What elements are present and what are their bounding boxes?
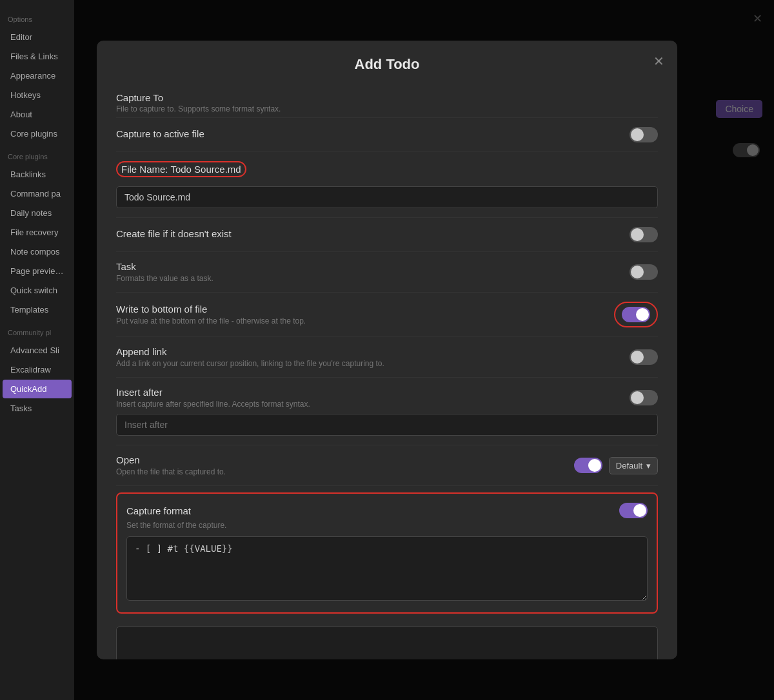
sidebar-community-label: Community pl [0,320,74,340]
sidebar-options-label: Options [0,6,74,27]
task-desc: Formats the value as a task. [116,274,617,283]
task-row: Task Formats the value as a task. [116,252,658,293]
modal-add-todo: Add Todo ✕ Capture To File to capture to… [97,41,677,659]
sidebar-item-templates[interactable]: Templates [3,300,72,319]
capture-format-header: Capture format [126,503,648,518]
insert-after-desc: Insert capture after specified line. Acc… [116,400,617,409]
sidebar-item-hotkeys[interactable]: Hotkeys [3,86,72,104]
sidebar-item-excalidraw[interactable]: Excalidraw [3,360,72,379]
sidebar-item-command-pa[interactable]: Command pa [3,184,72,203]
sidebar: Options Editor Files & Links Appearance … [0,0,74,700]
sidebar-item-files-links[interactable]: Files & Links [3,47,72,66]
sidebar-item-quick-switch[interactable]: Quick switch [3,281,72,300]
open-row: Open Open the file that is captured to. … [116,445,658,486]
capture-format-desc: Set the format of the capture. [126,521,648,530]
create-file-row: Create file if it doesn't exist [116,218,658,252]
capture-format-textarea[interactable] [126,536,648,601]
insert-after-input[interactable] [116,414,658,436]
open-toggle[interactable] [574,458,602,473]
sidebar-item-file-recovery[interactable]: File recovery [3,223,72,242]
filename-section: File Name: Todo Source.md [116,152,658,218]
sidebar-item-quickadd[interactable]: QuickAdd [3,380,72,398]
filename-highlight: File Name: Todo Source.md [116,161,246,177]
append-link-label: Append link [116,346,617,357]
append-link-desc: Add a link on your current cursor positi… [116,359,617,368]
modal-body: Capture To File to capture to. Supports … [97,83,677,659]
modal-close-button[interactable]: ✕ [653,53,664,69]
create-file-label: Create file if it doesn't exist [116,228,617,239]
insert-after-toggle[interactable] [630,390,658,405]
insert-after-row: Insert after Insert capture after specif… [116,378,658,445]
sidebar-item-advanced-sli[interactable]: Advanced Sli [3,341,72,360]
task-label: Task [116,261,617,272]
sidebar-core-plugins-label: Core plugins [0,144,74,164]
sidebar-item-appearance[interactable]: Appearance [3,66,72,85]
sidebar-item-backlinks[interactable]: Backlinks [3,165,72,184]
sidebar-item-editor[interactable]: Editor [3,28,72,46]
sidebar-item-note-compos[interactable]: Note compos [3,242,72,261]
write-bottom-highlight [614,302,658,327]
capture-active-row: Capture to active file [116,118,658,152]
capture-active-toggle[interactable] [630,127,658,142]
sidebar-item-daily-notes[interactable]: Daily notes [3,204,72,222]
capture-format-toggle[interactable] [619,503,648,518]
capture-to-label: Capture To [116,92,658,103]
sidebar-item-tasks[interactable]: Tasks [3,399,72,418]
modal-header: Add Todo ✕ [97,41,677,83]
modal-title: Add Todo [355,56,420,72]
open-desc: Open the file that is captured to. [116,467,561,476]
insert-after-label: Insert after [116,387,617,398]
capture-format-label: Capture format [126,505,191,516]
open-label: Open [116,454,561,465]
open-dropdown-arrow: ▾ [646,461,651,471]
open-dropdown-label: Default [616,461,642,471]
sidebar-item-about[interactable]: About [3,105,72,124]
create-file-toggle[interactable] [630,227,658,242]
write-bottom-toggle[interactable] [622,307,650,322]
write-bottom-label: Write to bottom of file [116,304,601,315]
filename-input[interactable] [116,186,658,208]
write-bottom-desc: Put value at the bottom of the file - ot… [116,316,601,326]
write-bottom-row: Write to bottom of file Put value at the… [116,293,658,337]
sidebar-item-page-preview[interactable]: Page previe… [3,262,72,280]
append-link-toggle[interactable] [630,349,658,365]
bottom-textarea[interactable] [116,627,658,659]
open-dropdown[interactable]: Default ▾ [609,457,658,474]
capture-to-section: Capture To File to capture to. Supports … [116,83,658,118]
capture-to-desc: File to capture to. Supports some format… [116,104,658,113]
capture-active-label: Capture to active file [116,128,617,139]
capture-format-section: Capture format Set the format of the cap… [116,492,658,614]
sidebar-item-core-plugins[interactable]: Core plugins [3,124,72,143]
filename-label: File Name: Todo Source.md [116,161,658,177]
task-toggle[interactable] [630,264,658,280]
append-link-row: Append link Add a link on your current c… [116,337,658,378]
